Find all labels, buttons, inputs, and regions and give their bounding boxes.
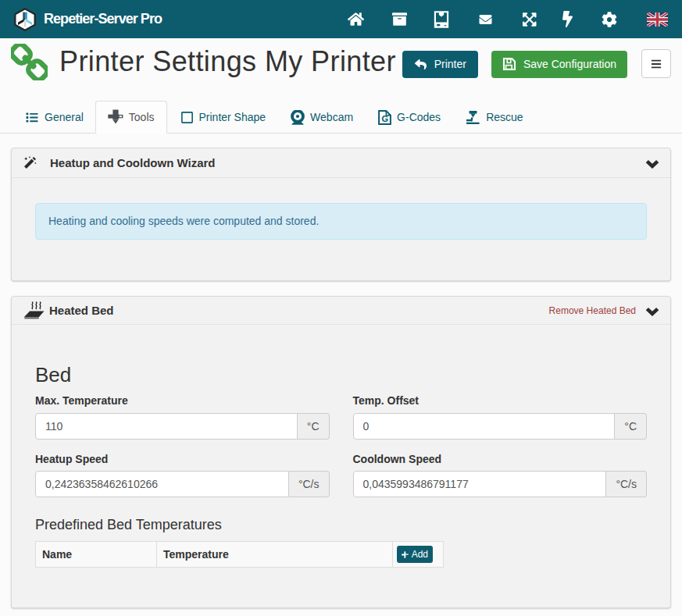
svg-text:G: G <box>382 113 389 123</box>
